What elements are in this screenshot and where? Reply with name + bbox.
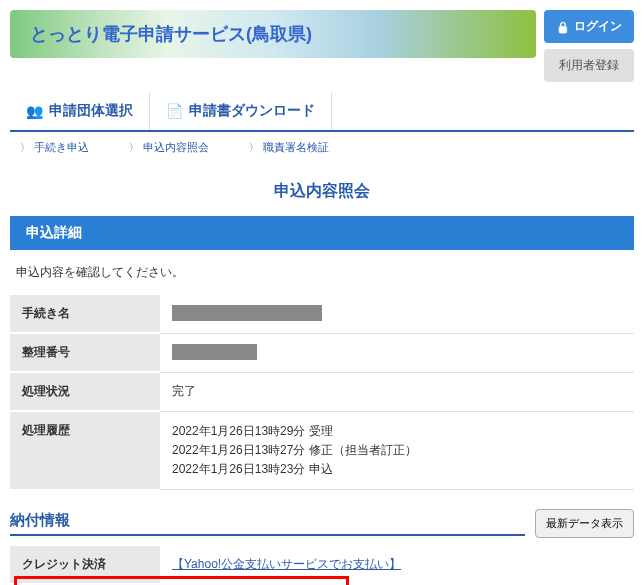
detail-table: 手続き名 整理番号 処理状況 完了 処理履歴 2022年1月26日13時29分 … — [10, 295, 634, 491]
tab-download[interactable]: 申請書ダウンロード — [150, 92, 332, 130]
table-row: 手続き名 — [10, 295, 634, 333]
service-title: とっとり電子申請サービス(鳥取県) — [30, 22, 516, 46]
redacted-value — [172, 305, 322, 321]
service-banner: とっとり電子申請サービス(鳥取県) — [10, 10, 536, 58]
section-payment-header: 納付情報 — [10, 511, 525, 536]
instruction-text: 申込内容を確認してください。 — [10, 250, 634, 295]
history-entry: 2022年1月26日13時27分 修正（担当者訂正） — [172, 441, 622, 460]
breadcrumb-apply[interactable]: 手続き申込 — [20, 140, 89, 155]
lock-icon — [556, 20, 570, 34]
nav-tabs: 申請団体選択 申請書ダウンロード — [10, 92, 634, 132]
label-procedure-name: 手続き名 — [10, 295, 160, 333]
label-history: 処理履歴 — [10, 411, 160, 490]
label-ref-number: 整理番号 — [10, 333, 160, 372]
redacted-value — [172, 344, 257, 360]
value-credit: 【Yahoo!公金支払いサービスでお支払い】 — [160, 546, 634, 584]
tab-label: 申請書ダウンロード — [189, 102, 315, 120]
register-button[interactable]: 利用者登録 — [544, 49, 634, 82]
value-history: 2022年1月26日13時29分 受理 2022年1月26日13時27分 修正（… — [160, 411, 634, 490]
label-status: 処理状況 — [10, 372, 160, 411]
tab-label: 申請団体選択 — [49, 102, 133, 120]
page-title: 申込内容照会 — [10, 181, 634, 202]
people-icon — [26, 103, 43, 119]
table-row: クレジット決済 【Yahoo!公金支払いサービスでお支払い】 — [10, 546, 634, 584]
table-row: 整理番号 — [10, 333, 634, 372]
breadcrumb-inquiry[interactable]: 申込内容照会 — [129, 140, 209, 155]
value-procedure-name — [160, 295, 634, 333]
history-entry: 2022年1月26日13時23分 申込 — [172, 460, 622, 479]
login-button[interactable]: ログイン — [544, 10, 634, 43]
table-row: 処理履歴 2022年1月26日13時29分 受理 2022年1月26日13時27… — [10, 411, 634, 490]
login-label: ログイン — [574, 18, 622, 35]
yahoo-payment-link[interactable]: 【Yahoo!公金支払いサービスでお支払い】 — [172, 557, 401, 571]
tab-org-select[interactable]: 申請団体選択 — [10, 92, 150, 130]
payment-table: クレジット決済 【Yahoo!公金支払いサービスでお支払い】 収納機関番号 【イ… — [10, 546, 634, 585]
table-row: 処理状況 完了 — [10, 372, 634, 411]
history-entry: 2022年1月26日13時29分 受理 — [172, 422, 622, 441]
breadcrumb-signature[interactable]: 職責署名検証 — [249, 140, 329, 155]
breadcrumb: 手続き申込 申込内容照会 職責署名検証 — [10, 132, 634, 163]
value-ref-number — [160, 333, 634, 372]
refresh-button[interactable]: 最新データ表示 — [535, 509, 634, 538]
value-status: 完了 — [160, 372, 634, 411]
document-icon — [166, 103, 183, 119]
label-credit: クレジット決済 — [10, 546, 160, 584]
section-detail-header: 申込詳細 — [10, 216, 634, 250]
